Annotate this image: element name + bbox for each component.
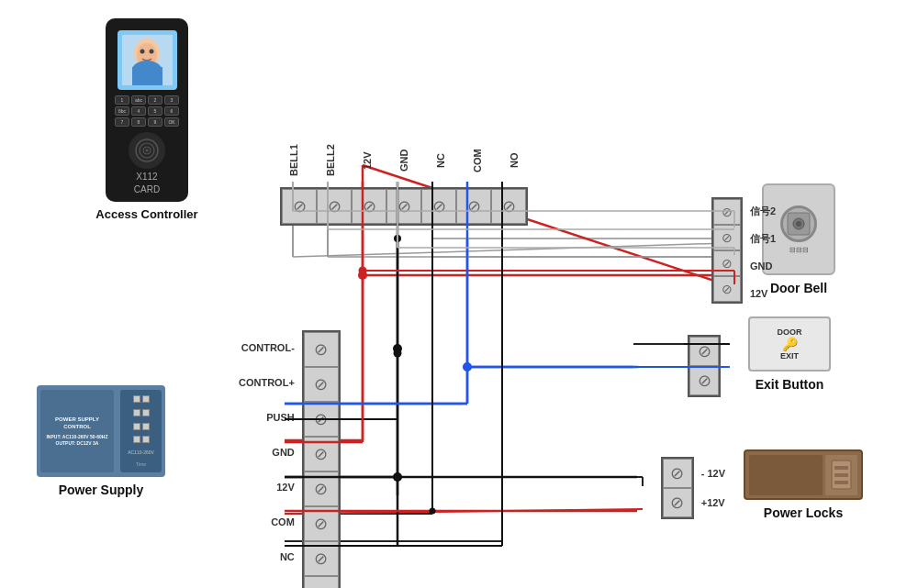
label-com-top: COM bbox=[459, 138, 496, 183]
label-12v-top: 12V bbox=[349, 138, 386, 183]
screw-push: ⊘ bbox=[304, 402, 339, 437]
svg-rect-58 bbox=[834, 466, 848, 470]
key-abc: abc bbox=[131, 95, 146, 105]
ps-terminals bbox=[133, 395, 150, 403]
screw-minus12v: ⊘ bbox=[663, 459, 692, 488]
label-bell2: BELL2 bbox=[312, 138, 349, 183]
label-control-minus: CONTROL- bbox=[239, 330, 298, 365]
screw-plus12v: ⊘ bbox=[663, 488, 692, 517]
ps-t7 bbox=[133, 436, 140, 443]
svg-rect-59 bbox=[834, 473, 848, 477]
face-display bbox=[122, 35, 173, 85]
terminal-left-col: ⊘ ⊘ ⊘ ⊘ ⊘ ⊘ ⊘ ⊘ bbox=[302, 330, 341, 588]
ps-time: Time bbox=[136, 461, 146, 467]
key-5: 4 bbox=[131, 106, 146, 116]
label-com-left: COM bbox=[239, 505, 298, 539]
svg-point-14 bbox=[358, 271, 367, 280]
terminal-block-locks: ⊘ ⊘ - 12V +12V bbox=[661, 457, 725, 519]
access-controller-device: 1 abc 2 3 6bc 4 5 6 7 8 9 OK bbox=[92, 18, 202, 221]
key-8: 8 bbox=[131, 117, 146, 127]
power-locks-device: Power Locks bbox=[734, 449, 872, 520]
terminal-left-labels: CONTROL- CONTROL+ PUSH GND 12V COM NC NO bbox=[239, 330, 298, 588]
terminal-top-labels: BELL1 BELL2 12V GND NC COM NO bbox=[275, 138, 532, 183]
ps-t8 bbox=[142, 436, 150, 443]
lock-main bbox=[749, 455, 823, 495]
model-label: X112 bbox=[136, 172, 157, 182]
key-6b: 6 bbox=[164, 106, 179, 116]
label-gnd-top: GND bbox=[386, 138, 422, 183]
key-6: 5 bbox=[148, 106, 162, 116]
terminal-bell-labels: 信号2 信号1 GND 12V bbox=[746, 197, 776, 307]
exit-body: DOOR 🔑 EXIT bbox=[748, 316, 831, 372]
label-nc-top: NC bbox=[422, 138, 459, 183]
terminal-block-exit: ⊘ ⊘ bbox=[688, 335, 721, 397]
access-controller-label: Access Controller bbox=[92, 207, 202, 221]
svg-point-9 bbox=[393, 344, 402, 353]
svg-point-17 bbox=[463, 362, 472, 372]
svg-point-89 bbox=[394, 349, 402, 358]
screw-exit-2: ⊘ bbox=[689, 366, 719, 395]
key-4: 6bc bbox=[115, 106, 129, 116]
label-control-plus: CONTROL+ bbox=[239, 365, 298, 400]
screw-com-left: ⊘ bbox=[304, 506, 339, 541]
screw-bell2: ⊘ bbox=[317, 189, 352, 224]
screw-no-top: ⊘ bbox=[491, 189, 526, 224]
svg-point-47 bbox=[149, 50, 153, 54]
screw-12v-top: ⊘ bbox=[352, 189, 386, 224]
power-supply-label: Power Supply bbox=[28, 483, 174, 497]
ps-terminals4 bbox=[133, 436, 150, 443]
ps-text-line3: OUTPUT: DC12V 3A bbox=[56, 440, 99, 447]
svg-line-36 bbox=[293, 243, 725, 257]
label-nc-left: NC bbox=[239, 539, 298, 574]
label-push: PUSH bbox=[239, 400, 298, 435]
screw-control-plus: ⊘ bbox=[304, 367, 339, 402]
ps-voltage: AC110-260V bbox=[128, 449, 154, 455]
screw-12v-bell: ⊘ bbox=[713, 276, 741, 302]
bell-circle bbox=[780, 205, 817, 242]
key-7: 7 bbox=[115, 117, 129, 127]
svg-point-74 bbox=[394, 473, 402, 482]
exit-button-label: Exit Button bbox=[734, 377, 845, 392]
screw-bell1: ⊘ bbox=[282, 189, 317, 224]
terminal-locks-labels: - 12V +12V bbox=[698, 459, 725, 517]
label-no-top: NO bbox=[496, 138, 532, 183]
screw-nc-left: ⊘ bbox=[304, 541, 339, 576]
bell-connector: ⊟⊟⊟ bbox=[789, 246, 809, 254]
lock-body bbox=[744, 449, 863, 500]
screw-no-left: ⊘ bbox=[304, 576, 339, 588]
ps-terminals2 bbox=[133, 409, 150, 416]
terminal-bell-col: ⊘ ⊘ ⊘ ⊘ bbox=[711, 197, 743, 304]
key-9: 9 bbox=[148, 117, 162, 127]
svg-point-46 bbox=[140, 50, 144, 54]
exit-key-icon: 🔑 bbox=[782, 337, 798, 351]
svg-point-56 bbox=[796, 221, 801, 227]
label-gnd-left: GND bbox=[239, 435, 298, 470]
label-minus12v: - 12V bbox=[698, 459, 725, 488]
exit-button-device: DOOR 🔑 EXIT Exit Button bbox=[734, 316, 845, 392]
fingerprint-sensor bbox=[129, 132, 165, 169]
terminal-block-bell: ⊘ ⊘ ⊘ ⊘ 信号2 信号1 GND 12V bbox=[711, 197, 776, 307]
key-ok: OK bbox=[164, 117, 179, 127]
svg-point-42 bbox=[394, 235, 401, 242]
svg-point-67 bbox=[359, 267, 367, 275]
svg-point-77 bbox=[430, 508, 436, 515]
ps-t2 bbox=[142, 395, 150, 403]
svg-point-71 bbox=[464, 363, 472, 372]
svg-point-53 bbox=[146, 150, 149, 152]
screw-signal1: ⊘ bbox=[713, 225, 741, 250]
ps-t4 bbox=[142, 409, 150, 416]
brand-label: CARD bbox=[134, 184, 160, 194]
svg-point-20 bbox=[393, 472, 402, 482]
controller-keypad: 1 abc 2 3 6bc 4 5 6 7 8 9 OK bbox=[115, 95, 179, 127]
screw-nc-top: ⊘ bbox=[421, 189, 456, 224]
label-no-left: NO bbox=[239, 574, 298, 588]
svg-rect-60 bbox=[834, 481, 848, 484]
ps-t5 bbox=[133, 423, 140, 430]
controller-screen bbox=[118, 30, 177, 90]
screw-gnd-left: ⊘ bbox=[304, 437, 339, 472]
screw-exit-1: ⊘ bbox=[689, 337, 719, 366]
ps-right-panel: AC110-260V Time bbox=[120, 390, 162, 472]
screw-gnd-top: ⊘ bbox=[386, 189, 421, 224]
terminal-top-row: ⊘ ⊘ ⊘ ⊘ ⊘ ⊘ ⊘ bbox=[280, 187, 528, 226]
screw-com-top: ⊘ bbox=[456, 189, 491, 224]
